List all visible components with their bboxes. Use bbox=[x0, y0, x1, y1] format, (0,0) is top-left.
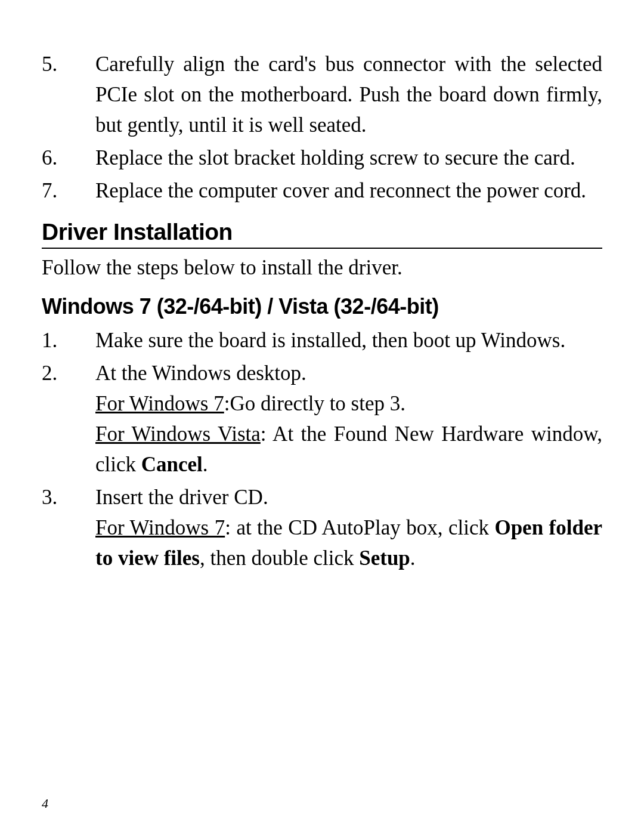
step-number: 2. bbox=[42, 358, 95, 480]
step-number: 1. bbox=[42, 325, 95, 356]
step-line: Insert the driver CD. bbox=[95, 482, 602, 512]
step-text: Replace the computer cover and reconnect… bbox=[95, 175, 602, 206]
step-line: At the Windows desktop. bbox=[95, 358, 602, 388]
underline-label: For Windows Vista bbox=[95, 422, 261, 446]
step-text: Replace the slot bracket holding screw t… bbox=[95, 143, 602, 173]
intro-text: Follow the steps below to install the dr… bbox=[42, 252, 602, 283]
step-line-vista: For Windows Vista: At the Found New Hard… bbox=[95, 419, 602, 480]
bold-label: Cancel bbox=[141, 453, 203, 476]
hardware-step-7: 7. Replace the computer cover and reconn… bbox=[42, 175, 602, 206]
step-number: 5. bbox=[42, 49, 95, 140]
windows-subheading: Windows 7 (32-/64-bit) / Vista (32-/64-b… bbox=[42, 294, 602, 319]
step-line-win7: For Windows 7:Go directly to step 3. bbox=[95, 388, 602, 419]
bold-label: Setup bbox=[359, 546, 410, 570]
hardware-step-6: 6. Replace the slot bracket holding scre… bbox=[42, 143, 602, 173]
driver-installation-heading: Driver Installation bbox=[42, 219, 602, 249]
step-text: Carefully align the card's bus connector… bbox=[95, 49, 602, 140]
text-segment: :Go directly to step 3. bbox=[224, 392, 405, 415]
text-segment: , then double click bbox=[200, 546, 359, 570]
step-text: At the Windows desktop. For Windows 7:Go… bbox=[95, 358, 602, 480]
underline-label: For Windows 7 bbox=[95, 392, 224, 415]
step-text: Insert the driver CD. For Windows 7: at … bbox=[95, 482, 602, 573]
step-number: 6. bbox=[42, 143, 95, 173]
hardware-step-5: 5. Carefully align the card's bus connec… bbox=[42, 49, 602, 140]
step-line-win7: For Windows 7: at the CD AutoPlay box, c… bbox=[95, 512, 602, 573]
underline-label: For Windows 7 bbox=[95, 516, 225, 539]
step-number: 7. bbox=[42, 175, 95, 206]
driver-step-3: 3. Insert the driver CD. For Windows 7: … bbox=[42, 482, 602, 573]
driver-step-2: 2. At the Windows desktop. For Windows 7… bbox=[42, 358, 602, 480]
step-text: Make sure the board is installed, then b… bbox=[95, 325, 602, 356]
step-number: 3. bbox=[42, 482, 95, 573]
text-segment: . bbox=[203, 453, 208, 476]
text-segment: : at the CD AutoPlay box, click bbox=[225, 516, 494, 539]
text-segment: . bbox=[410, 546, 416, 570]
driver-step-1: 1. Make sure the board is installed, the… bbox=[42, 325, 602, 356]
page-number: 4 bbox=[42, 796, 48, 811]
